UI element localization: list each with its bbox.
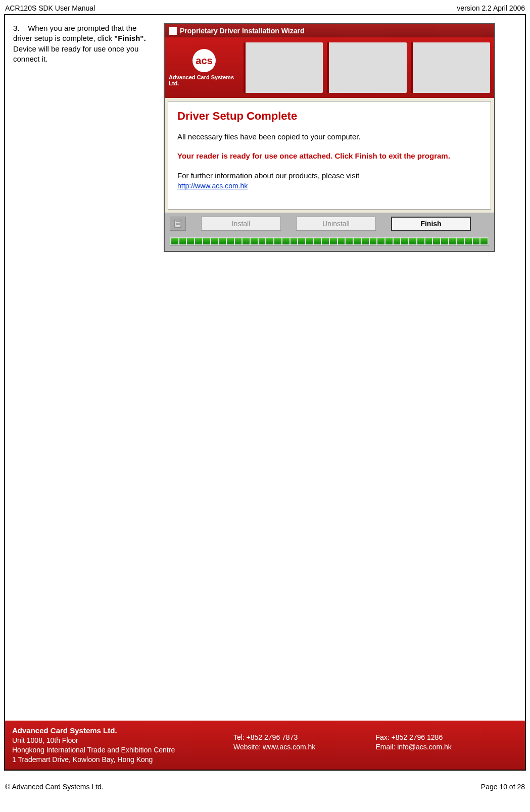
step-number: 3. xyxy=(13,24,20,32)
progress-segment xyxy=(457,238,464,244)
wizard-line3-block: For further information about our produc… xyxy=(177,171,481,191)
progress-segment xyxy=(377,238,384,244)
progress-segment xyxy=(179,238,186,244)
instruction-text: 3. When you are prompted that the driver… xyxy=(13,23,154,252)
progress-segment xyxy=(346,238,353,244)
progress-segment xyxy=(187,238,194,244)
header-left: ACR120S SDK User Manual xyxy=(5,4,95,12)
progress-segment xyxy=(386,238,393,244)
page-body-frame: 3. When you are prompted that the driver… xyxy=(4,14,526,771)
progress-segment xyxy=(227,238,234,244)
finish-rest: inish xyxy=(425,220,442,228)
wizard-button-bar: Install Uninstall Finish xyxy=(165,213,494,235)
progress-segment xyxy=(243,238,250,244)
footer-website: Website: www.acs.com.hk xyxy=(233,742,376,752)
footer-addr2: Hongkong International Trade and Exhibit… xyxy=(12,745,233,755)
progress-segment xyxy=(465,238,472,244)
progress-segment xyxy=(274,238,281,244)
footer-contact-col-1: Tel: +852 2796 7873 Website: www.acs.com… xyxy=(233,726,376,765)
page-header: ACR120S SDK User Manual version 2.2 Apri… xyxy=(0,0,530,14)
progress-segment xyxy=(306,238,313,244)
acs-logo-text: Advanced Card Systems Ltd. xyxy=(169,74,239,86)
progress-segment xyxy=(195,238,202,244)
footer-addr1: Unit 1008, 10th Floor xyxy=(12,736,233,745)
progress-segment xyxy=(211,238,218,244)
page-footer-left: © Advanced Card Systems Ltd. xyxy=(5,783,104,791)
progress-segment xyxy=(433,238,440,244)
progress-segment xyxy=(354,238,361,244)
acs-circle-icon: acs xyxy=(192,49,216,72)
footer-fax: Fax: +852 2796 1286 xyxy=(375,733,518,742)
progress-segment xyxy=(338,238,345,244)
page-footer: © Advanced Card Systems Ltd. Page 10 of … xyxy=(0,771,530,791)
progress-segment xyxy=(409,238,416,244)
progress-segment xyxy=(259,238,266,244)
wizard-banner: acs Advanced Card Systems Ltd. xyxy=(165,37,494,98)
progress-segment xyxy=(480,238,488,244)
banner-product-image-1 xyxy=(244,42,323,93)
progress-segment xyxy=(171,238,178,244)
footer-addr3: 1 Trademart Drive, Kowloon Bay, Hong Kon… xyxy=(12,755,233,765)
wizard-link[interactable]: http://www.acs.com.hk xyxy=(177,182,248,190)
step-text-2: Device will be ready for use once you co… xyxy=(13,44,138,63)
progress-segment xyxy=(425,238,432,244)
progress-segment xyxy=(251,238,258,244)
progress-segment xyxy=(298,238,305,244)
wizard-line1: All necessary files have been copied to … xyxy=(177,132,481,142)
progress-segment xyxy=(291,238,298,244)
footer-tel: Tel: +852 2796 7873 xyxy=(233,733,376,742)
progress-segment xyxy=(362,238,369,244)
uninstall-rest: ninstall xyxy=(327,220,350,228)
header-right: version 2.2 April 2006 xyxy=(457,4,525,12)
banner-product-image-3 xyxy=(411,42,490,93)
progress-segment xyxy=(441,238,448,244)
app-icon xyxy=(169,27,177,35)
wizard-title: Proprietary Driver Installation Wizard xyxy=(180,27,305,35)
wizard-line3: For further information about our produc… xyxy=(177,171,359,180)
wizard-line2: Your reader is ready for use once attach… xyxy=(177,151,481,161)
progress-segment xyxy=(282,238,290,244)
progress-segment xyxy=(330,238,337,244)
wizard-body: Driver Setup Complete All necessary file… xyxy=(168,101,491,210)
progress-track xyxy=(170,237,489,246)
progress-segment xyxy=(473,238,480,244)
uninstall-button: Uninstall xyxy=(296,217,376,231)
banner-logo: acs Advanced Card Systems Ltd. xyxy=(169,49,239,86)
progress-segment xyxy=(417,238,424,244)
footer-contact-col-2: Fax: +852 2796 1286 Email: info@acs.com.… xyxy=(375,726,518,765)
wizard-titlebar: Proprietary Driver Installation Wizard xyxy=(165,24,494,37)
banner-product-image-2 xyxy=(327,42,406,93)
uninstall-underline: U xyxy=(322,220,327,228)
progress-segment xyxy=(322,238,329,244)
progress-segment xyxy=(203,238,210,244)
progress-bar-area xyxy=(165,235,494,251)
progress-segment xyxy=(394,238,401,244)
progress-segment xyxy=(314,238,321,244)
install-rest: nstall xyxy=(234,220,251,228)
footer-company: Advanced Card Systems Ltd. xyxy=(12,726,233,736)
progress-segment xyxy=(370,238,377,244)
footer-strip: Advanced Card Systems Ltd. Unit 1008, 10… xyxy=(5,721,525,770)
svg-rect-0 xyxy=(175,220,181,227)
step-bold: "Finish". xyxy=(114,34,146,42)
page-footer-right: Page 10 of 28 xyxy=(481,783,525,791)
progress-segment xyxy=(449,238,456,244)
footer-email: Email: info@acs.com.hk xyxy=(375,742,518,752)
footer-address-col: Advanced Card Systems Ltd. Unit 1008, 10… xyxy=(12,726,233,765)
document-icon xyxy=(170,217,186,231)
progress-segment xyxy=(219,238,226,244)
finish-button[interactable]: Finish xyxy=(391,217,471,231)
progress-segment xyxy=(235,238,242,244)
progress-segment xyxy=(401,238,408,244)
wizard-heading: Driver Setup Complete xyxy=(177,110,481,123)
progress-segment xyxy=(266,238,273,244)
install-button: Install xyxy=(201,217,281,231)
wizard-window: Proprietary Driver Installation Wizard a… xyxy=(164,23,495,252)
finish-underline: F xyxy=(420,220,425,228)
